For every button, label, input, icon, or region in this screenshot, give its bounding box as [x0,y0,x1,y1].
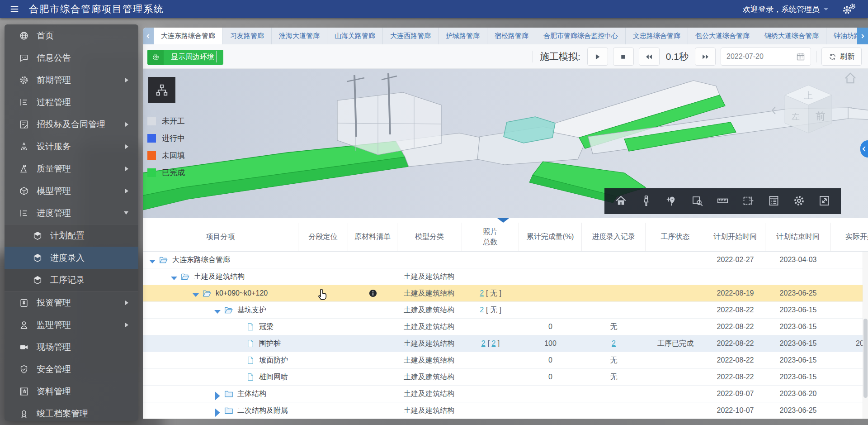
tab[interactable]: 习友路管廊 [223,28,272,44]
row-label: 桩间网喷 [259,372,288,382]
viewer-tool-form-list-icon[interactable] [765,193,782,210]
sidebar-item[interactable]: 首页 [5,24,138,47]
table-row[interactable]: 二次结构及附属土建及建筑结构2022-10-072023-06-25 [143,402,868,419]
model-viewport[interactable]: 未开工进行中未回填已完成 上 左 前 [143,69,868,218]
home-icon[interactable] [844,72,857,85]
viewer-tool-home-icon[interactable] [613,193,629,210]
sidebar-item[interactable]: 投资管理 [5,291,138,314]
menu-icon[interactable] [9,4,20,14]
date-value: 2023-06-20 [780,390,817,398]
record-value[interactable]: 2 [612,339,616,348]
tab[interactable]: 大连东路综合管廊 [154,28,223,44]
table-row[interactable]: 桩间网喷土建及建筑结构0无2022-08-222023-06-15 [143,369,868,386]
sidebar-item[interactable]: 竣工档案管理 [5,402,138,421]
stop-button[interactable] [613,48,634,66]
table-row[interactable]: 大连东路综合管廊2022-02-272023-04-03 [143,252,868,268]
table-row[interactable]: 围护桩土建及建筑结构2[ 2 ]1002工序已完成2022-08-222023-… [143,335,868,352]
user-menu[interactable]: 欢迎登录，系统管理员 [743,4,828,14]
sidebar-item-label: 首页 [37,30,54,42]
sidebar-item[interactable]: 进度录入 [5,247,138,269]
tab[interactable]: 宿松路管廊 [487,28,536,44]
location-pin-icon [665,195,678,207]
viewer-tool-settings-gear-icon[interactable] [791,193,807,210]
table-row[interactable]: 主体结构土建及建筑结构2022-09-072023-06-20 [143,386,868,402]
cell-project-item: 二次结构及附属 [143,402,298,419]
sidebar-item-label: 监理管理 [37,319,71,331]
date-value: 2022-08-22 [717,356,754,364]
refresh-button[interactable]: 刷新 [821,48,862,66]
model-tree-button[interactable] [148,77,175,103]
cell-model-class: 土建及建筑结构 [397,335,462,352]
sidebar-item[interactable]: 资料管理 [5,380,138,402]
sidebar-item[interactable]: 设计服务 [5,135,138,158]
sidebar-item[interactable]: 前期管理 [5,69,138,91]
vertical-scrollbar[interactable] [863,252,868,419]
rewind-button[interactable] [639,48,660,66]
sidebar-item[interactable]: 质量管理 [5,158,138,180]
sidebar-item[interactable]: 计划配置 [5,224,138,247]
tab[interactable]: 锦绣大道综合管廊 [757,28,826,44]
photo-count-link[interactable]: 2 [480,306,484,314]
sidebar-item[interactable]: 工序记录 [5,269,138,291]
sidebar-item[interactable]: 模型管理 [5,180,138,202]
tabs-scroll-left-button[interactable] [143,28,154,44]
cell-process-status [646,369,705,385]
tab-label: 护城路管廊 [446,32,480,40]
photo-bracket-link[interactable]: 2 [492,339,496,347]
caret-right-icon[interactable] [214,408,221,413]
date-value: 2023-06-15 [780,373,817,381]
model-class-value: 土建及建筑结构 [404,339,454,349]
viewer-tool-ruler-icon[interactable] [714,193,731,210]
tabs-scroll-right-button[interactable] [857,28,868,44]
cell-photo-count [462,352,519,368]
progress-table: 项目分项分段定位原材料清单模型分类照片总数累计完成量(%)进度录入记录工序状态计… [143,218,868,419]
tab[interactable]: 淮海大道管廊 [272,28,327,44]
sidebar-item[interactable]: 现场管理 [5,336,138,358]
photo-count-link[interactable]: 2 [480,289,484,297]
cell-photo-count [462,319,519,335]
viewer-tool-walk-person-icon[interactable] [638,193,654,210]
sidebar-item[interactable]: 过程管理 [5,91,138,113]
caret-right-icon[interactable] [214,392,221,396]
date-input[interactable]: 2022-07-20 [721,48,811,66]
row-label: 主体结构 [237,389,266,399]
tab[interactable]: 文忠路综合管廊 [626,28,688,44]
forward-button[interactable] [695,48,716,66]
table-row[interactable]: 土建及建筑结构土建及建筑结构 [143,268,868,285]
viewer-tool-location-pin-icon[interactable] [664,193,680,210]
column-header: 项目分项 [143,223,298,251]
rewind-icon [645,53,653,61]
viewer-tool-fullscreen-icon[interactable] [816,193,833,210]
sidebar-item[interactable]: 招投标及合同管理 [5,113,138,135]
tab[interactable]: 钟油坊路综合管廊 [826,28,857,44]
sidebar-item[interactable]: 进度管理 [5,202,138,224]
caret-down-icon[interactable] [149,258,156,262]
table-row[interactable]: 冠梁土建及建筑结构0无2022-08-222023-06-15 [143,319,868,335]
viewer-tool-zoom-select-icon[interactable] [689,193,705,210]
settings-gears-icon[interactable] [842,3,856,15]
tab[interactable]: 山海关路管廊 [327,28,383,44]
tab[interactable]: 护城路管廊 [439,28,487,44]
tab[interactable]: 包公大道综合管廊 [688,28,757,44]
tab[interactable]: 大连西路管廊 [383,28,439,44]
collapse-viewport-icon[interactable] [497,218,509,223]
show-environment-button[interactable]: 显示周边环境 [147,50,223,65]
viewer-tool-section-box-icon[interactable] [740,193,756,210]
scrollbar-thumb[interactable] [863,319,868,398]
photo-count-link[interactable]: 2 [481,339,486,348]
table-row[interactable]: k0+090~k0+120土建及建筑结构2[ 无 ]2022-08-192023… [143,285,868,302]
contract-doc-icon [19,119,29,129]
rotate-left-icon[interactable] [770,106,777,115]
table-row[interactable]: 基坑支护土建及建筑结构2[ 无 ]2022-08-222023-06-15 [143,302,868,319]
sidebar-item[interactable]: 安全管理 [5,358,138,380]
tab[interactable]: 合肥市管廊综合监控中心 [536,28,626,44]
table-row[interactable]: 坡面防护土建及建筑结构0无2022-08-222023-06-15 [143,352,868,369]
sidebar-item[interactable]: 信息公告 [5,47,138,69]
caret-down-icon[interactable] [214,308,221,312]
caret-down-icon[interactable] [171,274,177,279]
view-cube[interactable]: 上 左 前 [781,82,835,136]
cell-plan-end: 2023-06-15 [765,352,831,368]
play-button[interactable] [587,48,608,66]
caret-down-icon[interactable] [193,291,199,296]
sidebar-item[interactable]: 监理管理 [5,314,138,336]
